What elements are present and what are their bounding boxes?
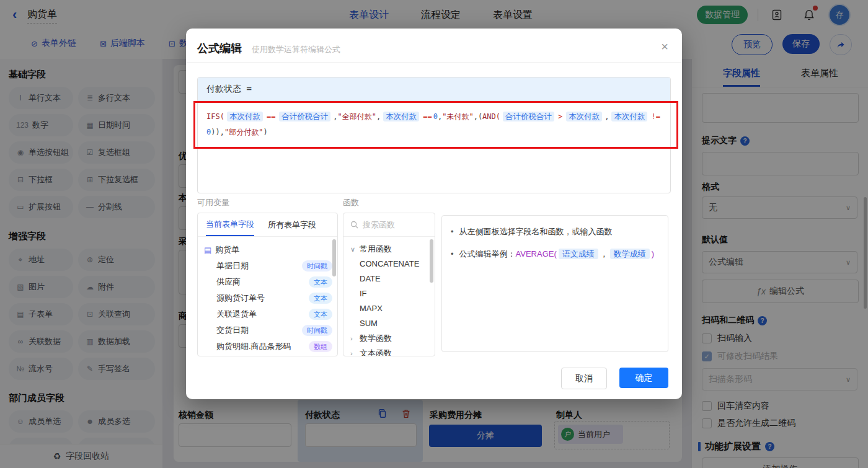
- formula-token: AND(: [482, 112, 500, 121]
- variable-field-row[interactable]: 源购货订单号 文本: [204, 290, 332, 306]
- document-icon: ▤: [204, 245, 211, 255]
- tip-line-2: 公式编辑举例：AVERAGE(语文成绩，数学成绩): [459, 248, 655, 260]
- variable-type-badge: 文本: [309, 276, 332, 288]
- variables-tabs: 当前表单字段 所有表单字段: [198, 213, 337, 237]
- formula-token: ,: [604, 112, 609, 121]
- function-item[interactable]: SUM: [350, 316, 435, 331]
- variable-field-row[interactable]: 供应商 文本: [204, 274, 332, 290]
- modal-subtitle: 使用数学运算符编辑公式: [252, 44, 340, 55]
- formula-token: 本次付款: [566, 112, 602, 121]
- root-label: 购货单: [215, 244, 239, 255]
- tab-all-form-fields[interactable]: 所有表单字段: [268, 213, 316, 236]
- variable-type-badge: 文本: [309, 309, 332, 320]
- variable-name: 单据日期: [216, 260, 249, 272]
- variable-name: 源购货订单号: [216, 293, 265, 304]
- variable-type-badge: 时间戳: [302, 325, 332, 336]
- function-group-common[interactable]: ∨ 常用函数: [350, 242, 435, 257]
- function-group-text[interactable]: › 文本函数: [350, 346, 435, 356]
- variable-type-badge: 时间戳: [302, 260, 332, 272]
- variables-label: 可用变量: [197, 197, 229, 208]
- variable-name: 关联退货单: [216, 309, 257, 320]
- formula-token: ==: [423, 112, 432, 121]
- formula-token: IFS(: [206, 112, 224, 121]
- formula-token: 本次付款: [227, 112, 263, 121]
- formula-token: 合计价税合计: [279, 112, 330, 121]
- formula-target: 付款状态 =: [198, 77, 670, 101]
- functions-list: ∨ 常用函数 CONCATENATEDATEIFMAPXSUM › 数学函数 ›…: [343, 237, 435, 356]
- formula-token: "未付款": [442, 112, 473, 121]
- formula-token: ==: [267, 112, 275, 121]
- scrollbar-thumb[interactable]: [430, 239, 433, 283]
- function-item[interactable]: MAPX: [350, 301, 435, 316]
- divider: [186, 62, 682, 63]
- variable-type-badge: 数组: [309, 341, 332, 352]
- formula-token: !=: [651, 112, 660, 121]
- variables-panel: 当前表单字段 所有表单字段 ▤ 购货单 单据日期 时间戳 供应商 文本: [197, 213, 338, 356]
- formula-token: "部分付款": [224, 128, 263, 136]
- formula-token: ,: [333, 112, 337, 121]
- functions-panel: 搜索函数 ∨ 常用函数 CONCATENATEDATEIFMAPXSUM › 数…: [343, 213, 435, 356]
- search-icon: [350, 221, 358, 229]
- function-item[interactable]: IF: [350, 286, 435, 301]
- tip-line-1: 从左侧面板选择字段名和函数，或输入函数: [459, 226, 613, 238]
- variables-list: ▤ 购货单 单据日期 时间戳 供应商 文本 源购货订单号 文本: [198, 237, 337, 355]
- formula-token: 本次付款: [611, 112, 647, 121]
- chevron-right-icon: ›: [350, 350, 356, 356]
- variable-name: 供应商: [216, 276, 241, 288]
- formula-code[interactable]: IFS(本次付款==合计价税合计,"全部付款",本次付款==0,"未付款",(A…: [198, 101, 670, 148]
- formula-token: >: [558, 112, 562, 121]
- variables-root-node[interactable]: ▤ 购货单: [204, 242, 332, 258]
- variable-name: 交货日期: [216, 325, 249, 336]
- modal-title: 公式编辑: [197, 41, 242, 56]
- close-icon[interactable]: ×: [661, 40, 668, 54]
- formula-token: 0: [433, 112, 438, 121]
- function-item[interactable]: CONCATENATE: [350, 257, 435, 272]
- variable-field-row[interactable]: 购货明细.商品条形码 数组: [204, 338, 332, 355]
- functions-label: 函数: [343, 197, 359, 208]
- tips-panel: • 从左侧面板选择字段名和函数，或输入函数 • 公式编辑举例：AVERAGE(语…: [441, 215, 668, 352]
- formula-edit-modal: 公式编辑 使用数学运算符编辑公式 × 付款状态 = IFS(本次付款==合计价税…: [186, 29, 682, 399]
- variable-field-row[interactable]: 关联退货单 文本: [204, 306, 332, 322]
- formula-token: ,: [376, 112, 381, 121]
- confirm-button[interactable]: 确定: [619, 368, 668, 388]
- variable-type-badge: 文本: [309, 293, 332, 304]
- formula-token: )),: [211, 128, 224, 136]
- variable-field-row[interactable]: 单据日期 时间戳: [204, 258, 332, 274]
- variable-field-row[interactable]: 交货日期 时间戳: [204, 322, 332, 338]
- scrollbar-thumb[interactable]: [332, 239, 336, 276]
- chevron-down-icon: ∨: [350, 245, 356, 254]
- formula-token: 本次付款: [383, 112, 419, 121]
- formula-token: ,(: [474, 112, 482, 121]
- function-item[interactable]: DATE: [350, 272, 435, 286]
- chevron-right-icon: ›: [350, 335, 356, 342]
- formula-token: "全部付款": [338, 112, 376, 121]
- variable-name: 购货明细.商品条形码: [216, 341, 291, 352]
- function-group-math[interactable]: › 数学函数: [350, 331, 435, 346]
- bullet-icon: •: [451, 248, 454, 260]
- formula-token: 合计价税合计: [503, 112, 554, 121]
- cancel-button[interactable]: 取消: [561, 368, 607, 389]
- screen: ‹ 购货单 表单设计 流程设定 表单设置 数据管理 存 ⊘: [0, 0, 868, 468]
- bullet-icon: •: [451, 226, 454, 238]
- formula-token: ): [263, 128, 267, 136]
- search-placeholder: 搜索函数: [363, 219, 395, 231]
- tab-current-form-fields[interactable]: 当前表单字段: [206, 213, 254, 236]
- formula-editor[interactable]: 付款状态 = IFS(本次付款==合计价税合计,"全部付款",本次付款==0,"…: [197, 77, 671, 193]
- function-search[interactable]: 搜索函数: [343, 213, 435, 237]
